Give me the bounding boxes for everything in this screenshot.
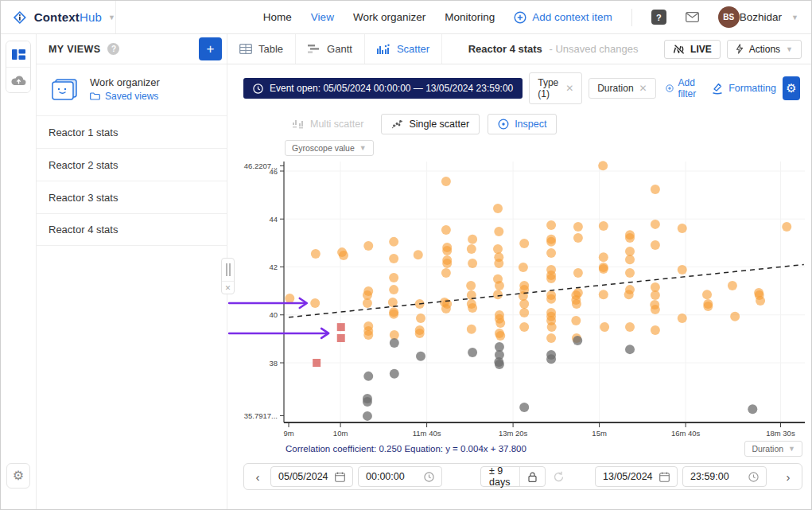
single-scatter-button[interactable]: Single scatter	[381, 114, 480, 134]
nav-view[interactable]: View	[311, 11, 334, 23]
sidebar-item-reactor-2[interactable]: Reactor 2 stats	[37, 148, 227, 181]
actions-button[interactable]: Actions ▼	[727, 40, 802, 59]
scatter-point-gyroscope-default[interactable]	[573, 222, 583, 232]
scatter-point-gyroscope-default[interactable]	[519, 239, 529, 248]
scatter-point-gyroscope-default[interactable]	[389, 310, 398, 319]
scatter-point-gyroscope-default[interactable]	[625, 322, 635, 332]
scatter-point-gyroscope-muted[interactable]	[748, 404, 757, 414]
user-menu[interactable]: BS Bozhidar ▼	[718, 6, 798, 28]
scatter-point-gyroscope-default[interactable]	[519, 308, 529, 317]
scatter-point-gyroscope-default[interactable]	[363, 241, 373, 251]
scatter-point-gyroscope-default[interactable]	[651, 325, 660, 335]
scatter-point-gyroscope-default[interactable]	[625, 247, 635, 256]
scatter-point-gyroscope-default[interactable]	[598, 161, 608, 170]
chart-settings-button[interactable]: ⚙	[783, 76, 800, 100]
scatter-point-gyroscope-default[interactable]	[467, 244, 476, 254]
scatter-point-gyroscope-muted[interactable]	[363, 397, 372, 407]
scatter-point-gyroscope-default[interactable]	[363, 330, 373, 340]
scatter-point-gyroscope-default[interactable]	[573, 233, 583, 243]
scatter-point-gyroscope-muted[interactable]	[519, 403, 529, 412]
range-duration-field[interactable]: ± 9 days	[480, 466, 546, 487]
scatter-point-gyroscope-default[interactable]	[546, 220, 556, 230]
scatter-point-gyroscope-default[interactable]	[546, 294, 556, 304]
scatter-point-gyroscope-default[interactable]	[678, 224, 687, 233]
scatter-point-gyroscope-muted[interactable]	[625, 345, 635, 354]
scatter-point-gyroscope-default[interactable]	[599, 221, 608, 231]
nav-work-organizer[interactable]: Work organizer	[353, 11, 425, 23]
scatter-point-gyroscope-muted[interactable]	[390, 369, 399, 379]
scatter-point-gyroscope-default[interactable]	[547, 322, 557, 332]
shift-range-back-button[interactable]: ‹	[249, 470, 266, 484]
scatter-point-gyroscope-default[interactable]	[495, 318, 505, 328]
x-axis-dimension-dropdown[interactable]: Duration ▼	[744, 441, 802, 457]
scatter-point-gyroscope-default[interactable]	[599, 290, 608, 299]
scatter-point-gyroscope-muted[interactable]	[390, 338, 399, 348]
workspace-card[interactable]: Work organizer Saved views	[37, 64, 227, 115]
scatter-point-gyroscope-default[interactable]	[624, 290, 634, 299]
multi-scatter-button[interactable]: Multi scatter	[283, 115, 373, 134]
y-axis-dimension-dropdown[interactable]: Gyroscope value ▼	[285, 140, 374, 156]
scatter-point-gyroscope-default[interactable]	[571, 316, 581, 325]
scatter-point-gyroscope-default[interactable]	[441, 268, 451, 278]
scatter-point-gyroscope-default[interactable]	[441, 225, 451, 235]
saved-views-link[interactable]: Saved views	[90, 91, 160, 102]
scatter-point-gyroscope-default[interactable]	[519, 299, 529, 309]
scatter-point-gyroscope-default[interactable]	[468, 303, 477, 313]
tab-scatter[interactable]: Scatter	[365, 34, 442, 64]
scatter-point-gyroscope-default[interactable]	[572, 299, 581, 309]
scatter-point-gyroscope-default[interactable]	[441, 177, 451, 186]
scatter-point-gyroscope-default[interactable]	[495, 281, 504, 290]
tab-table[interactable]: Table	[227, 34, 296, 64]
shift-range-forward-button[interactable]: ›	[779, 470, 797, 484]
sidebar-item-reactor-4[interactable]: Reactor 4 stats	[37, 213, 227, 246]
sidebar-item-reactor-3[interactable]: Reactor 3 stats	[37, 181, 227, 213]
mail-icon[interactable]	[686, 12, 699, 22]
scatter-point-gyroscope-default[interactable]	[651, 305, 660, 314]
scatter-point-gyroscope-default[interactable]	[546, 248, 556, 258]
scatter-point-gyroscope-flagged[interactable]	[337, 323, 345, 331]
add-view-button[interactable]: +	[199, 37, 222, 60]
help-circle-icon[interactable]: ?	[107, 43, 119, 55]
views-panel-button[interactable]	[6, 41, 30, 67]
scatter-point-gyroscope-default[interactable]	[702, 290, 712, 299]
panel-resize-handle[interactable]: ✕	[221, 258, 235, 294]
scatter-point-gyroscope-default[interactable]	[546, 333, 556, 343]
scatter-point-gyroscope-default[interactable]	[519, 263, 528, 272]
scatter-point-gyroscope-default[interactable]	[600, 322, 609, 332]
scatter-point-gyroscope-default[interactable]	[414, 250, 423, 259]
scatter-point-gyroscope-default[interactable]	[599, 264, 608, 274]
scatter-point-gyroscope-default[interactable]	[493, 204, 503, 213]
scatter-point-gyroscope-flagged[interactable]	[313, 359, 321, 367]
cloud-upload-button[interactable]	[6, 67, 30, 92]
help-icon[interactable]: ?	[651, 10, 666, 25]
scatter-chart[interactable]: 46.2207...464442403835.7917...9m10m11m 4…	[227, 158, 809, 438]
scatter-point-gyroscope-default[interactable]	[494, 259, 503, 268]
scatter-point-gyroscope-default[interactable]	[389, 237, 398, 247]
scatter-point-gyroscope-default[interactable]	[782, 222, 791, 232]
scatter-point-gyroscope-default[interactable]	[625, 255, 635, 264]
scatter-point-gyroscope-default[interactable]	[389, 254, 398, 263]
scatter-point-gyroscope-default[interactable]	[442, 259, 452, 268]
scatter-point-gyroscope-default[interactable]	[389, 285, 398, 294]
scatter-point-gyroscope-default[interactable]	[310, 298, 320, 308]
scatter-point-gyroscope-default[interactable]	[415, 329, 425, 338]
event-open-filter-pill[interactable]: Event open: 05/05/2024 00:00:00 — 13/05/…	[243, 78, 523, 99]
remove-filter-icon[interactable]: ✕	[639, 83, 647, 94]
drag-grip-icon[interactable]	[222, 259, 234, 281]
scatter-point-gyroscope-default[interactable]	[285, 294, 294, 303]
scatter-point-gyroscope-default[interactable]	[651, 185, 660, 194]
scatter-point-gyroscope-default[interactable]	[494, 227, 503, 236]
nav-monitoring[interactable]: Monitoring	[445, 11, 495, 23]
scatter-point-gyroscope-flagged[interactable]	[337, 334, 345, 342]
scatter-point-gyroscope-default[interactable]	[363, 298, 372, 308]
live-button[interactable]: LIVE	[664, 40, 721, 59]
sidebar-item-reactor-1[interactable]: Reactor 1 stats	[37, 115, 227, 148]
scatter-point-gyroscope-default[interactable]	[546, 237, 556, 247]
tab-gantt[interactable]: Gantt	[296, 34, 365, 64]
scatter-point-gyroscope-muted[interactable]	[363, 411, 372, 421]
scatter-point-gyroscope-default[interactable]	[728, 281, 737, 290]
scatter-point-gyroscope-default[interactable]	[756, 296, 765, 306]
scatter-point-gyroscope-default[interactable]	[468, 235, 477, 244]
scatter-point-gyroscope-default[interactable]	[466, 281, 476, 290]
app-logo[interactable]: ContextHub ▼	[1, 1, 116, 33]
